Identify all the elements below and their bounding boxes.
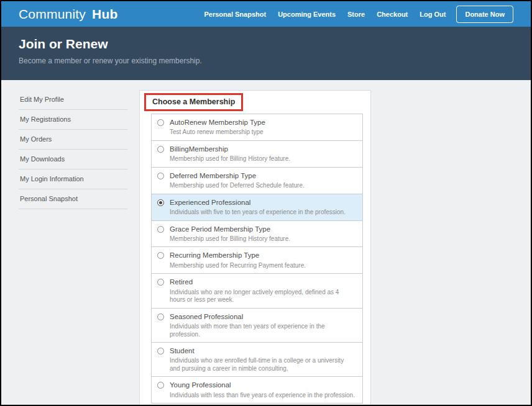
main-column: Choose a Membership AutoRenew Membership… (139, 90, 371, 406)
membership-option-label: Retired (170, 277, 357, 286)
membership-option-row[interactable]: Seasoned Professional Individuals with m… (151, 308, 363, 343)
membership-options-list: AutoRenew Membership Type Test Auto rene… (151, 114, 363, 404)
membership-option-label: AutoRenew Membership Type (170, 118, 266, 127)
brand-name-light: Community (19, 7, 86, 21)
membership-option-text: Grace Period Membership Type Membership … (170, 225, 293, 243)
sidebar-item[interactable]: My Registrations (19, 110, 127, 130)
radio-icon[interactable] (157, 314, 164, 320)
page-header: Join or Renew Become a member or renew y… (1, 27, 531, 80)
membership-option-label: Experienced Professional (170, 198, 348, 207)
membership-option-text: Seasoned Professional Individuals with m… (170, 312, 357, 338)
membership-option-label: Student (170, 346, 357, 355)
membership-option-row[interactable]: AutoRenew Membership Type Test Auto rene… (151, 114, 363, 141)
membership-option-description: Individuals with less than five years of… (170, 392, 357, 400)
membership-option-text: Recurring Membership Type Membership use… (170, 251, 308, 269)
membership-option-row[interactable]: Student Individuals who are enrolled ful… (151, 342, 363, 377)
membership-option-text: Experienced Professional Individuals wit… (170, 198, 348, 217)
membership-option-text: BillingMembership Membership used for Bi… (170, 145, 293, 163)
sidebar-item[interactable]: My Login Information (19, 169, 127, 189)
radio-icon[interactable] (157, 146, 164, 153)
nav-link[interactable]: Checkout (377, 11, 408, 18)
radio-icon[interactable] (157, 279, 164, 286)
top-nav-right: Personal Snapshot Upcoming Events Store … (204, 6, 513, 23)
nav-link[interactable]: Store (347, 11, 365, 18)
membership-card: Choose a Membership AutoRenew Membership… (139, 90, 371, 406)
nav-link[interactable]: Personal Snapshot (204, 11, 266, 18)
page-title: Join or Renew (19, 37, 513, 52)
membership-option-text: Retired Individuals who are no longer ac… (170, 277, 357, 304)
membership-option-description: Membership used for Billing History feat… (170, 235, 293, 243)
sidebar-item[interactable]: Edit My Profile (19, 90, 127, 110)
sidebar-item[interactable]: Personal Snapshot (19, 189, 127, 209)
brand-name-bold: Hub (92, 7, 117, 21)
membership-option-label: Recurring Membership Type (170, 251, 308, 259)
page-subtitle: Become a member or renew your existing m… (19, 56, 513, 65)
membership-option-text: Young Professional Individuals with less… (170, 381, 357, 399)
nav-link[interactable]: Upcoming Events (278, 11, 336, 18)
membership-option-row[interactable]: Recurring Membership Type Membership use… (151, 246, 363, 274)
donate-now-button[interactable]: Donate Now (456, 6, 513, 23)
membership-option-label: Grace Period Membership Type (170, 225, 293, 233)
radio-icon[interactable] (157, 199, 164, 206)
membership-option-description: Individuals who are no longer actively e… (170, 289, 357, 304)
radio-icon[interactable] (157, 119, 164, 126)
account-sidebar: Edit My Profile My Registrations My Orde… (19, 90, 127, 209)
membership-option-row[interactable]: Deferred Membership Type Membership used… (151, 167, 363, 194)
membership-option-label: Seasoned Professional (170, 312, 357, 321)
nav-link[interactable]: Log Out (420, 11, 446, 18)
membership-option-text: Student Individuals who are enrolled ful… (170, 346, 357, 372)
membership-option-text: Deferred Membership Type Membership used… (170, 171, 307, 190)
membership-option-row[interactable]: Grace Period Membership Type Membership … (151, 220, 363, 248)
radio-icon[interactable] (157, 382, 164, 389)
membership-option-row[interactable]: Young Professional Individuals with less… (151, 376, 363, 404)
screenshot-page: Community Hub Personal Snapshot Upcoming… (0, 0, 532, 406)
sidebar-item[interactable]: My Downloads (19, 150, 127, 169)
membership-option-row[interactable]: BillingMembership Membership used for Bi… (151, 140, 363, 168)
membership-option-description: Membership used for Recurring Payment fe… (170, 262, 308, 270)
annotation-highlight-box: Choose a Membership (144, 93, 243, 111)
membership-option-label: Deferred Membership Type (170, 171, 307, 180)
membership-option-row[interactable]: Retired Individuals who are no longer ac… (151, 273, 363, 308)
brand-logo[interactable]: Community Hub (19, 7, 117, 22)
radio-icon[interactable] (157, 173, 164, 179)
membership-option-description: Test Auto renew membership type (170, 129, 266, 137)
membership-option-description: Membership used for Deferred Schedule fe… (170, 182, 307, 190)
radio-icon[interactable] (157, 348, 164, 354)
membership-option-description: Individuals with five to ten years of ex… (170, 209, 348, 217)
content-area: Edit My Profile My Registrations My Orde… (1, 80, 531, 406)
top-navigation-bar: Community Hub Personal Snapshot Upcoming… (1, 1, 531, 27)
membership-section-title: Choose a Membership (152, 97, 235, 106)
membership-option-row[interactable]: Experienced Professional Individuals wit… (151, 194, 363, 221)
radio-icon[interactable] (157, 226, 164, 233)
membership-option-description: Individuals with more than ten years of … (170, 323, 357, 338)
membership-option-description: Membership used for Billing History feat… (170, 155, 293, 163)
membership-option-description: Individuals who are enrolled full-time i… (170, 357, 357, 372)
sidebar-item[interactable]: My Orders (19, 130, 127, 150)
membership-option-label: Young Professional (170, 381, 357, 389)
radio-icon[interactable] (157, 252, 164, 259)
top-nav-links: Personal Snapshot Upcoming Events Store … (204, 11, 446, 18)
membership-option-label: BillingMembership (170, 145, 293, 153)
membership-option-text: AutoRenew Membership Type Test Auto rene… (170, 118, 266, 137)
